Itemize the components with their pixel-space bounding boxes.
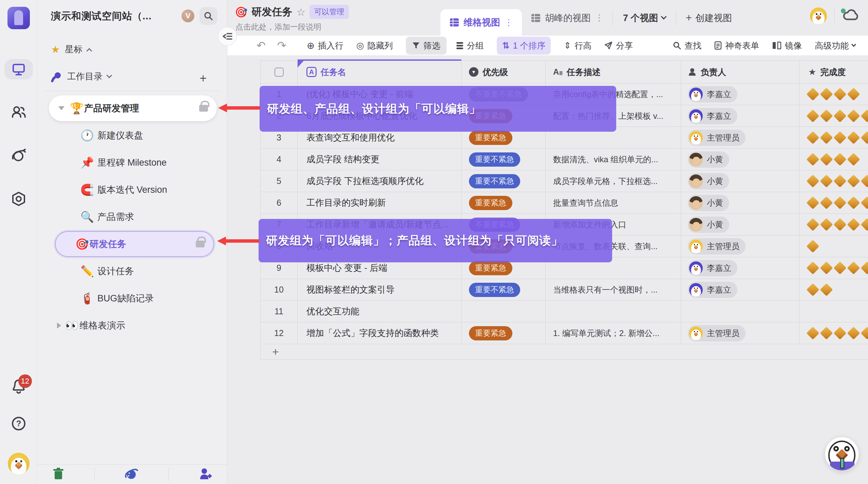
- owner-cell[interactable]: 主管理员: [681, 127, 799, 149]
- advanced-features-button[interactable]: 高级功能: [815, 40, 855, 51]
- completion-cell[interactable]: [799, 105, 868, 127]
- priority-cell[interactable]: 重要不紧急: [461, 149, 546, 170]
- sidebar-node[interactable]: 🧲 版本迭代 Version: [37, 176, 227, 203]
- checkbox[interactable]: [275, 68, 284, 77]
- table-row[interactable]: 6 工作目录的实时刷新 重要紧急 批量查询节点信息 小黄: [260, 192, 868, 214]
- owner-cell[interactable]: 主管理员: [681, 236, 799, 257]
- priority-cell[interactable]: [461, 301, 546, 322]
- table-row[interactable]: 12 增加「公式」字段支持的函数种类 重要紧急 1. 编写单元测试；2. 新增公…: [260, 322, 868, 344]
- create-view-button[interactable]: + 创建视图: [686, 12, 732, 24]
- sidebar-node[interactable]: 🔍 产品需求: [37, 203, 227, 230]
- find-button[interactable]: 查找: [673, 40, 701, 51]
- mirror-button[interactable]: 镜像: [772, 40, 802, 51]
- sidebar-node[interactable]: 👀 维格表演示: [37, 312, 227, 339]
- table-row[interactable]: 4 成员字段 结构变更 重要不紧急 数据清洗、vika 组织单元的... 小黄: [260, 149, 868, 170]
- expand-icon[interactable]: [58, 106, 64, 110]
- description-cell[interactable]: 成员字段单元格，下拉框选...: [553, 176, 658, 187]
- sidebar-node[interactable]: 🕐 新建仪表盘: [37, 122, 227, 149]
- insert-row-button[interactable]: ⊕ 插入行: [307, 40, 343, 51]
- table-row[interactable]: 5 成员字段 下拉框选项顺序优化 重要不紧急 成员字段单元格，下拉框选... 小…: [260, 170, 868, 192]
- views-count-dropdown[interactable]: 7 个视图: [623, 12, 666, 24]
- owner-cell[interactable]: 小黄: [681, 192, 799, 214]
- add-node-button[interactable]: +: [200, 71, 207, 86]
- user-avatar[interactable]: [4, 453, 33, 474]
- api-status-button[interactable]: [842, 8, 860, 24]
- nav-help[interactable]: ?: [4, 413, 33, 434]
- redo-button[interactable]: ↷: [277, 39, 286, 52]
- owner-cell[interactable]: 李嘉立: [681, 83, 799, 105]
- owner-cell[interactable]: 李嘉立: [681, 257, 799, 279]
- description-cell[interactable]: 数据清洗、vika 组织单元的...: [553, 154, 658, 165]
- owner-cell[interactable]: [681, 301, 799, 322]
- column-header-description[interactable]: A≣ 任务描述: [546, 61, 681, 83]
- sidebar-search-button[interactable]: [200, 7, 217, 25]
- doc-title[interactable]: 研发任务: [251, 5, 292, 19]
- task-name-cell[interactable]: 成员字段 结构变更: [306, 153, 379, 165]
- workspace-title[interactable]: 演示和测试空间站（...: [51, 10, 152, 23]
- description-cell[interactable]: 当维格表只有一个视图时，...: [553, 284, 658, 295]
- tab-hufeng-view[interactable]: 胡峰的视图 ⋮: [522, 12, 612, 24]
- task-name-cell[interactable]: 模板中心 变更 - 后端: [306, 262, 387, 274]
- priority-cell[interactable]: 重要不紧急: [461, 170, 546, 192]
- task-name-cell[interactable]: 视图标签栏的文案引导: [306, 284, 395, 296]
- task-name-cell[interactable]: 工作目录的实时刷新: [306, 197, 386, 209]
- description-cell[interactable]: 1. 编写单元测试；2. 新增公...: [553, 328, 659, 339]
- collaborator-avatar[interactable]: [810, 7, 827, 24]
- completion-cell[interactable]: [799, 214, 868, 236]
- table-row[interactable]: 10 视图标签栏的文案引导 重要不紧急 当维格表只有一个视图时，... 李嘉立: [260, 279, 868, 301]
- column-header-priority[interactable]: ▼ 优先级: [461, 61, 546, 83]
- completion-cell[interactable]: [799, 236, 868, 257]
- owner-cell[interactable]: 李嘉立: [681, 279, 799, 301]
- completion-cell[interactable]: [799, 257, 868, 279]
- task-name-cell[interactable]: 成员字段 下拉框选项顺序优化: [306, 175, 423, 187]
- filter-button[interactable]: 筛选: [406, 37, 447, 55]
- tab-menu-icon[interactable]: ⋮: [504, 17, 513, 28]
- invite-member-button[interactable]: [198, 467, 212, 482]
- task-name-cell[interactable]: 增加「公式」字段支持的函数种类: [306, 327, 439, 339]
- nav-explore[interactable]: [4, 145, 33, 166]
- expand-icon[interactable]: [57, 322, 61, 329]
- planet-button[interactable]: [124, 467, 139, 482]
- tab-menu-icon[interactable]: ⋮: [595, 13, 604, 23]
- column-header-owner[interactable]: 负责人: [681, 61, 799, 83]
- workspace-avatar[interactable]: [7, 7, 30, 29]
- nav-workbench[interactable]: [4, 59, 33, 79]
- task-name-cell[interactable]: 表查询交互和使用优化: [306, 132, 395, 144]
- table-row[interactable]: 11 优化交互功能: [260, 301, 868, 322]
- owner-cell[interactable]: 小黄: [681, 149, 799, 170]
- nav-contacts[interactable]: [4, 102, 33, 122]
- completion-cell[interactable]: [799, 192, 868, 214]
- share-button[interactable]: 分享: [604, 40, 633, 51]
- priority-cell[interactable]: 重要紧急: [461, 322, 546, 344]
- favorite-star-icon[interactable]: ☆: [296, 6, 305, 18]
- magic-form-button[interactable]: 神奇表单: [714, 40, 759, 51]
- priority-cell[interactable]: 重要紧急: [461, 192, 546, 214]
- undo-button[interactable]: ↶: [257, 39, 266, 52]
- task-name-cell[interactable]: 优化交互功能: [306, 305, 359, 317]
- column-header-completion[interactable]: ★ 完成度: [799, 61, 868, 83]
- priority-cell[interactable]: 重要不紧急: [461, 279, 546, 301]
- owner-cell[interactable]: 主管理员: [681, 322, 799, 344]
- hide-fields-button[interactable]: ◎ 隐藏列: [356, 40, 393, 51]
- collapse-sidebar-button[interactable]: [218, 27, 237, 46]
- nav-notifications[interactable]: 12: [4, 376, 33, 396]
- owner-cell[interactable]: 李嘉立: [681, 105, 799, 127]
- completion-cell[interactable]: [799, 322, 868, 344]
- trash-button[interactable]: [52, 467, 65, 482]
- owner-cell[interactable]: 小黄: [681, 214, 799, 236]
- sidebar-node[interactable]: 🧯 BUG缺陷记录: [37, 285, 227, 312]
- completion-cell[interactable]: [799, 149, 868, 170]
- add-row-button[interactable]: +: [260, 344, 868, 360]
- directory-section[interactable]: 工作目录: [51, 71, 111, 82]
- group-button[interactable]: 分组: [456, 40, 484, 51]
- description-cell[interactable]: 批量查询节点信息: [553, 198, 618, 208]
- sort-button[interactable]: ⇅ 1 个排序: [497, 37, 551, 55]
- column-header-name[interactable]: A 任务名: [298, 59, 461, 83]
- sidebar-node[interactable]: 🏆 产品研发管理: [37, 95, 227, 122]
- completion-cell[interactable]: [799, 301, 868, 322]
- completion-cell[interactable]: [799, 83, 868, 105]
- sidebar-node[interactable]: 📌 里程碑 Milestone: [37, 149, 227, 176]
- tab-grid-view[interactable]: 维格视图 ⋮: [440, 9, 522, 36]
- starred-section[interactable]: ★ 星标: [51, 43, 91, 55]
- sidebar-node[interactable]: ✏️ 设计任务: [37, 258, 227, 285]
